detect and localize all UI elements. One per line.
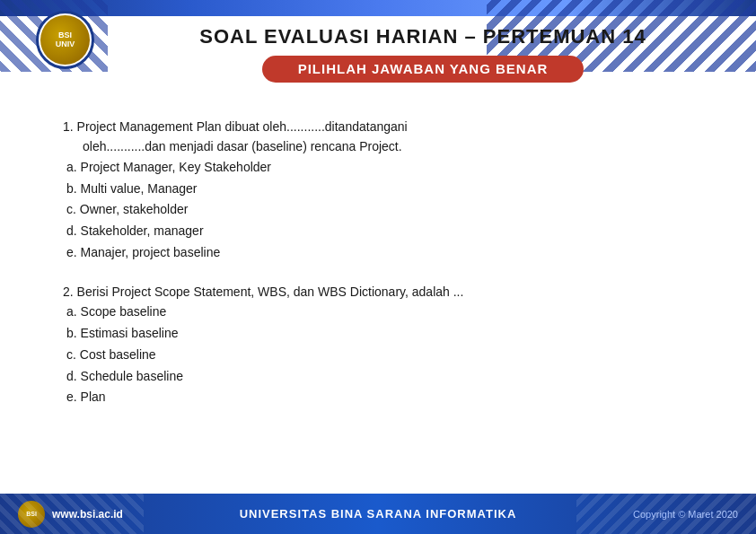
q2-option-b: b. Estimasi baseline	[63, 323, 720, 345]
subtitle-bar: PILIHLAH JAWABAN YANG BENAR	[262, 56, 585, 83]
logo-circle: BSIUNIV	[36, 11, 94, 69]
question-1-text: 1. Project Management Plan dibuat oleh..…	[63, 117, 720, 136]
content-area: 1. Project Management Plan dibuat oleh..…	[63, 117, 720, 485]
q2-option-a: a. Scope baseline	[63, 302, 720, 323]
bottom-university-name: UNIVERSITAS BINA SARANA INFORMATIKA	[240, 507, 517, 521]
q2-option-c: c. Cost baseline	[63, 345, 720, 366]
q1-option-d: d. Stakeholder, manager	[63, 221, 720, 242]
question-1-block: 1. Project Management Plan dibuat oleh..…	[63, 117, 720, 264]
q2-option-d: d. Schedule baseline	[63, 366, 720, 388]
logo-inner: BSIUNIV	[40, 15, 90, 65]
q1-option-a: a. Project Manager, Key Stakeholder	[63, 157, 720, 179]
question-2-text: 2. Berisi Project Scope Statement, WBS, …	[63, 282, 720, 302]
question-1-text2: oleh...........dan menjadi dasar (baseli…	[63, 136, 720, 156]
q1-option-e: e. Manajer, project baseline	[63, 242, 720, 264]
q2-option-e: e. Plan	[63, 387, 720, 408]
logo-container: BSIUNIV	[36, 11, 94, 69]
bottom-stripes-left	[0, 494, 144, 534]
q1-option-c: c. Owner, stakeholder	[63, 199, 720, 221]
header-area: SOAL EVALUASI HARIAN – PERTEMUAN 14 PILI…	[108, 16, 738, 83]
subtitle-text: PILIHLAH JAWABAN YANG BENAR	[298, 61, 549, 76]
logo-text: BSIUNIV	[56, 31, 75, 49]
bottom-stripes-right	[576, 494, 756, 534]
question-2-block: 2. Berisi Project Scope Statement, WBS, …	[63, 282, 720, 408]
main-title: SOAL EVALUASI HARIAN – PERTEMUAN 14	[108, 25, 738, 48]
bottom-bar: BSI www.bsi.ac.id UNIVERSITAS BINA SARAN…	[0, 494, 756, 534]
q1-option-b: b. Multi value, Manager	[63, 179, 720, 200]
